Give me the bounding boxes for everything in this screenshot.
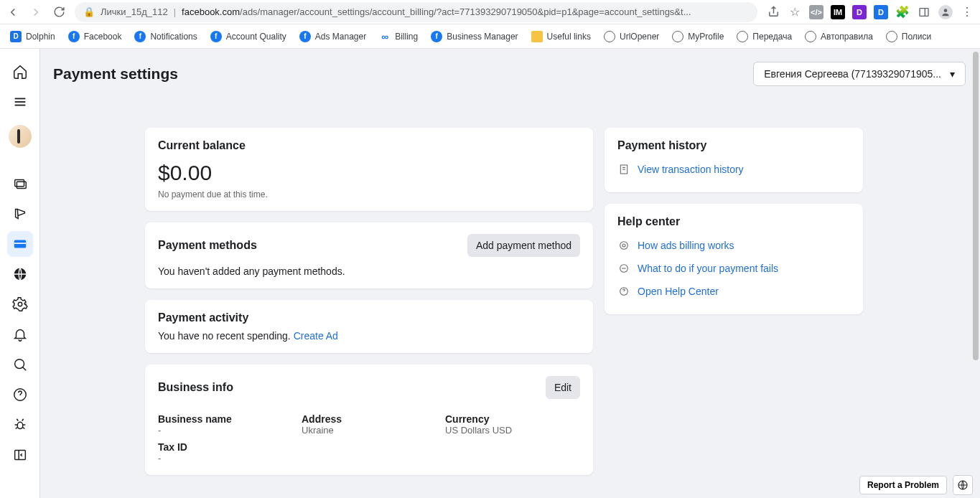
ext-purple-icon[interactable]: D	[852, 5, 867, 19]
chrome-actions: ☆ </> IM D D 🧩 ⋮	[766, 5, 974, 19]
globe-icon	[886, 31, 897, 42]
rail-accounts[interactable]	[7, 171, 33, 197]
svg-point-21	[622, 244, 625, 247]
card-business-info: Business info Edit Business name - Tax I…	[145, 365, 593, 475]
bookmark-peredacha[interactable]: Передача	[732, 28, 796, 45]
business-name-label: Business name	[158, 413, 293, 425]
language-button[interactable]	[953, 475, 973, 495]
address-bar[interactable]: 🔒 Лички_15д_112 | facebook.com/ads/manag…	[75, 2, 757, 22]
bookmark-notifications[interactable]: fNotifications	[130, 28, 201, 45]
business-title: Business info	[158, 381, 233, 394]
svg-rect-0	[920, 8, 928, 16]
extensions-icon[interactable]: 🧩	[895, 5, 910, 19]
svg-point-11	[18, 302, 22, 306]
rail-menu[interactable]	[7, 89, 33, 115]
currency-value: US Dollars USD	[445, 425, 580, 436]
globe-icon	[604, 31, 615, 42]
svg-rect-15	[17, 422, 22, 428]
bookmark-useful-links[interactable]: Useful links	[527, 28, 595, 45]
rail-globe[interactable]	[7, 261, 33, 287]
receipt-icon	[617, 163, 630, 176]
bookmark-business-manager[interactable]: fBusiness Manager	[426, 28, 522, 45]
bookmark-polisi[interactable]: Полиси	[882, 28, 935, 45]
share-icon[interactable]	[766, 5, 780, 19]
card-payment-methods: Payment methods Add payment method You h…	[145, 222, 593, 288]
ext-devtools-icon[interactable]: </>	[809, 5, 823, 19]
profile-avatar-icon[interactable]	[938, 5, 953, 19]
rail-bug[interactable]	[7, 412, 33, 438]
reload-button[interactable]	[52, 5, 66, 19]
balance-title: Current balance	[158, 139, 580, 152]
rail-user-avatar[interactable]	[9, 125, 32, 148]
svg-rect-6	[14, 180, 24, 187]
balance-amount: $0.00	[158, 161, 580, 185]
facebook-icon: f	[299, 31, 311, 42]
activity-text: You have no recent spending. Create Ad	[158, 330, 580, 342]
back-button[interactable]	[6, 5, 20, 19]
scrollbar-thumb[interactable]	[973, 52, 979, 360]
address-value: Ukraine	[302, 425, 437, 436]
globe-icon	[672, 31, 683, 42]
bookmarks-bar: DDolphin fFacebook fNotifications fAccou…	[0, 24, 980, 49]
add-payment-method-button[interactable]: Add payment method	[467, 234, 580, 257]
card-current-balance: Current balance $0.00 No payment due at …	[145, 128, 593, 211]
rail-campaigns[interactable]	[7, 201, 33, 227]
kebab-menu-icon[interactable]: ⋮	[960, 5, 974, 19]
page-title: Payment settings	[53, 65, 178, 83]
svg-rect-7	[17, 182, 26, 188]
help-title: Help center	[617, 215, 850, 228]
bookmark-billing[interactable]: ∞Billing	[375, 28, 422, 45]
help-link-billing[interactable]: How ads billing works	[638, 240, 734, 251]
facebook-icon: f	[431, 31, 442, 42]
bookmark-avtopravila[interactable]: Автоправила	[801, 28, 877, 45]
globe-icon	[805, 31, 816, 42]
tax-id-label: Tax ID	[158, 441, 293, 453]
edit-business-button[interactable]: Edit	[546, 376, 580, 399]
bookmark-account-quality[interactable]: fAccount Quality	[206, 28, 291, 45]
card-payment-history: Payment history View transaction history	[605, 128, 863, 192]
globe-icon	[737, 31, 748, 42]
rail-notifications[interactable]	[7, 321, 33, 347]
ext-blue-icon[interactable]: D	[874, 5, 888, 19]
create-ad-link[interactable]: Create Ad	[294, 330, 338, 342]
card-help-center: Help center How ads billing works What t…	[605, 204, 863, 314]
left-rail	[0, 49, 40, 498]
rail-billing[interactable]	[7, 231, 33, 257]
view-transaction-history-link[interactable]: View transaction history	[638, 164, 744, 175]
meta-icon: ∞	[379, 31, 391, 42]
question-circle-icon	[617, 285, 630, 298]
rail-settings[interactable]	[7, 291, 33, 317]
bookmark-ads-manager[interactable]: fAds Manager	[295, 28, 370, 45]
rail-search[interactable]	[7, 352, 33, 377]
gear-icon	[617, 239, 630, 252]
bookmark-facebook[interactable]: fFacebook	[64, 28, 126, 45]
facebook-icon: f	[68, 31, 80, 42]
scrollbar[interactable]	[970, 49, 980, 365]
minus-circle-icon	[617, 262, 630, 275]
svg-point-12	[14, 360, 24, 369]
chevron-down-icon: ▾	[950, 68, 955, 80]
star-icon[interactable]: ☆	[788, 5, 802, 19]
svg-point-2	[944, 9, 948, 12]
rail-collapse[interactable]	[7, 442, 33, 468]
help-link-open-center[interactable]: Open Help Center	[638, 286, 719, 297]
activity-title: Payment activity	[158, 311, 580, 324]
ext-im-icon[interactable]: IM	[831, 5, 845, 19]
bookmark-dolphin[interactable]: DDolphin	[6, 28, 60, 45]
report-problem-button[interactable]: Report a Problem	[859, 476, 947, 494]
rail-home[interactable]	[7, 59, 33, 85]
browser-toolbar: 🔒 Лички_15д_112 | facebook.com/ads/manag…	[0, 0, 980, 24]
account-selector[interactable]: Евгения Сергеева (77139329071905... ▾	[753, 62, 966, 86]
lock-icon: 🔒	[83, 6, 95, 17]
bookmark-myprofile[interactable]: MyProfile	[668, 28, 728, 45]
facebook-icon: f	[210, 31, 222, 42]
bookmark-urlopener[interactable]: UrlOpener	[599, 28, 663, 45]
forward-button[interactable]	[29, 5, 43, 19]
panel-icon[interactable]	[917, 5, 931, 19]
methods-title: Payment methods	[158, 239, 257, 252]
tax-id-value: -	[158, 453, 293, 464]
currency-label: Currency	[445, 413, 580, 425]
help-link-payment-fails[interactable]: What to do if your payment fails	[638, 263, 778, 274]
svg-point-22	[620, 242, 628, 250]
rail-help[interactable]	[7, 382, 33, 408]
